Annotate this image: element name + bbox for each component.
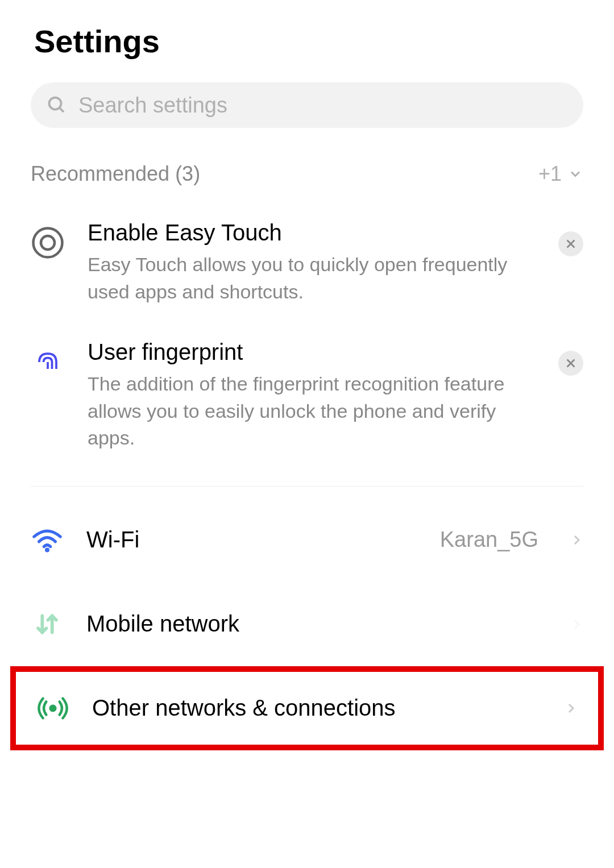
hotspot-icon [36, 692, 69, 725]
recommend-title: Enable Easy Touch [88, 220, 536, 246]
recommend-easy-touch[interactable]: Enable Easy Touch Easy Touch allows you … [0, 203, 614, 322]
chevron-right-icon [570, 533, 583, 547]
chevron-right-icon [570, 617, 583, 631]
close-icon [565, 357, 577, 369]
recommend-desc: Easy Touch allows you to quickly open fr… [88, 251, 536, 305]
svg-point-12 [51, 706, 56, 711]
recommend-fingerprint[interactable]: User fingerprint The addition of the fin… [0, 322, 614, 469]
svg-line-1 [60, 108, 64, 113]
wifi-icon [31, 524, 64, 556]
setting-value: Karan_5G [440, 528, 538, 552]
recommend-content: Enable Easy Touch Easy Touch allows you … [88, 220, 536, 305]
setting-label: Other networks & connections [92, 695, 541, 721]
setting-other-networks[interactable]: Other networks & connections [10, 666, 604, 750]
setting-wifi[interactable]: Wi-Fi Karan_5G [0, 498, 614, 582]
svg-point-0 [49, 98, 61, 110]
chevron-right-icon [564, 701, 578, 715]
recommend-title: User fingerprint [88, 339, 536, 365]
recommended-more-count: +1 [538, 162, 562, 186]
search-bar[interactable]: Search settings [31, 82, 583, 128]
svg-point-3 [41, 236, 55, 250]
svg-point-2 [34, 229, 63, 258]
search-placeholder: Search settings [78, 93, 227, 118]
recommend-content: User fingerprint The addition of the fin… [88, 339, 536, 452]
setting-label: Wi-Fi [86, 527, 417, 553]
dismiss-button[interactable] [558, 231, 583, 256]
mobile-data-icon [31, 608, 64, 641]
easy-touch-icon [31, 226, 65, 260]
svg-point-9 [47, 549, 48, 551]
fingerprint-icon [31, 345, 65, 379]
recommended-expand[interactable]: +1 [538, 162, 583, 186]
setting-mobile-network[interactable]: Mobile network [0, 582, 614, 666]
page-title: Settings [0, 0, 614, 77]
recommended-label: Recommended (3) [31, 162, 200, 186]
close-icon [565, 238, 577, 250]
divider [31, 486, 583, 487]
recommend-desc: The addition of the fingerprint recognit… [88, 371, 536, 452]
search-icon [47, 95, 67, 115]
chevron-down-icon [567, 166, 583, 182]
setting-label: Mobile network [86, 611, 547, 637]
recommended-header: Recommended (3) +1 [0, 151, 614, 203]
dismiss-button[interactable] [558, 351, 583, 376]
